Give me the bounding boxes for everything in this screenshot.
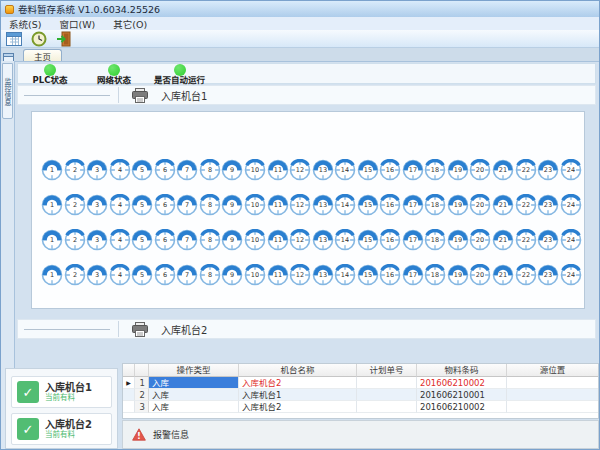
svg-text:7: 7 [185,271,189,279]
svg-text:19: 19 [454,201,462,209]
svg-text:22: 22 [521,236,529,244]
status-label: 是否自动运行 [154,76,205,84]
machine-card-1[interactable]: ✓入库机台1当前有料 [11,376,112,408]
svg-text:8: 8 [208,166,212,174]
cell-4 [507,389,599,401]
slot-circle: 10 [244,194,266,216]
svg-text:22: 22 [521,271,529,279]
slot-circle: 17 [402,229,424,251]
section-header-machine2: 入库机台2 [17,319,596,339]
svg-text:1: 1 [50,236,54,244]
clock-button[interactable] [30,31,48,47]
col-header-5[interactable]: 物料条码 [417,364,507,377]
slot-circle: 17 [402,264,424,286]
svg-text:3: 3 [95,236,99,244]
col-header-4[interactable]: 计划单号 [357,364,417,377]
cell-2 [357,389,417,401]
slot-circle: 15 [357,194,379,216]
toolbar [1,30,599,48]
status-panel: PLC状态网络状态是否自动运行 [17,63,596,84]
slot-circle: 20 [469,229,491,251]
col-header-2[interactable]: 操作类型 [149,364,239,377]
svg-text:20: 20 [476,236,484,244]
cell-2 [357,401,417,413]
slot-circle: 11 [267,194,289,216]
slot-circle: 12 [289,194,311,216]
cell-4 [507,401,599,413]
task-table: 操作类型机台名称计划单号物料条码源位置▶1入库入库机台2201606210002… [122,363,599,419]
cell-0: 入库 [149,401,239,413]
exit-button[interactable] [55,31,73,47]
slot-circle: 21 [492,159,514,181]
col-header-3[interactable]: 机台名称 [239,364,357,377]
slot-circle: 20 [469,159,491,181]
slot-circle: 13 [312,159,334,181]
slot-circle: 17 [402,194,424,216]
divider [118,321,119,337]
svg-text:19: 19 [454,236,462,244]
svg-text:19: 19 [454,166,462,174]
svg-text:10: 10 [251,201,259,209]
svg-text:21: 21 [499,236,507,244]
table-row[interactable]: ▶1入库入库机台2201606210002 [123,377,598,389]
svg-text:12: 12 [296,201,304,209]
slot-circle: 3 [86,159,108,181]
divider [118,87,119,103]
svg-text:17: 17 [409,236,417,244]
slot-circle: 4 [109,159,131,181]
print-button-machine2[interactable] [127,320,153,338]
row-marker [123,389,135,401]
slot-circle: 9 [221,159,243,181]
slot-circle: 21 [492,264,514,286]
svg-text:2: 2 [72,201,76,209]
svg-text:10: 10 [251,236,259,244]
slot-circle: 11 [267,264,289,286]
slot-circle: 5 [131,194,153,216]
svg-text:5: 5 [140,201,144,209]
svg-text:24: 24 [567,271,575,279]
svg-text:3: 3 [95,166,99,174]
clock-icon [31,31,47,47]
menu-item-1[interactable]: 窗口(W) [59,17,95,31]
divider-line [24,95,110,96]
svg-text:4: 4 [118,236,122,244]
svg-text:23: 23 [544,271,552,279]
status-label: PLC状态 [33,76,68,84]
table-row[interactable]: 2入库入库机台1201606210001 [123,389,598,401]
col-header-6[interactable]: 源位置 [507,364,599,377]
svg-text:5: 5 [140,166,144,174]
menu-item-0[interactable]: 系统(S) [9,17,41,31]
slot-circle: 10 [244,229,266,251]
slot-circle: 21 [492,229,514,251]
svg-text:10: 10 [251,166,259,174]
exit-door-icon [56,31,72,47]
table-header-row: 操作类型机台名称计划单号物料条码源位置 [123,364,598,377]
tab-home[interactable]: 主页 [23,49,62,61]
table-row[interactable]: 3入库入库机台2201606210002 [123,401,598,413]
check-icon: ✓ [17,381,39,403]
slot-circle: 23 [537,194,559,216]
calendar-button[interactable] [5,31,23,47]
slot-circle: 24 [560,159,582,181]
slot-circle: 5 [131,229,153,251]
slot-circle: 2 [64,194,86,216]
side-dock-tab[interactable]: 监控信息 [2,63,13,119]
slot-circle: 9 [221,264,243,286]
titlebar[interactable]: 卷料暂存系统 V1.0.6034.25526 [1,1,599,17]
print-button-machine1[interactable] [127,86,153,104]
svg-text:6: 6 [163,166,167,174]
svg-text:23: 23 [544,201,552,209]
svg-text:14: 14 [341,271,349,279]
svg-text:19: 19 [454,271,462,279]
svg-text:8: 8 [208,236,212,244]
svg-text:18: 18 [431,166,439,174]
slot-circle: 4 [109,194,131,216]
svg-text:13: 13 [318,166,326,174]
slot-circle: 20 [469,194,491,216]
menu-item-2[interactable]: 其它(O) [113,17,147,31]
slot-circle: 22 [515,194,537,216]
svg-text:17: 17 [409,271,417,279]
svg-text:16: 16 [386,236,394,244]
svg-text:1: 1 [50,166,54,174]
machine-card-2[interactable]: ✓入库机台2当前有料 [11,413,112,445]
